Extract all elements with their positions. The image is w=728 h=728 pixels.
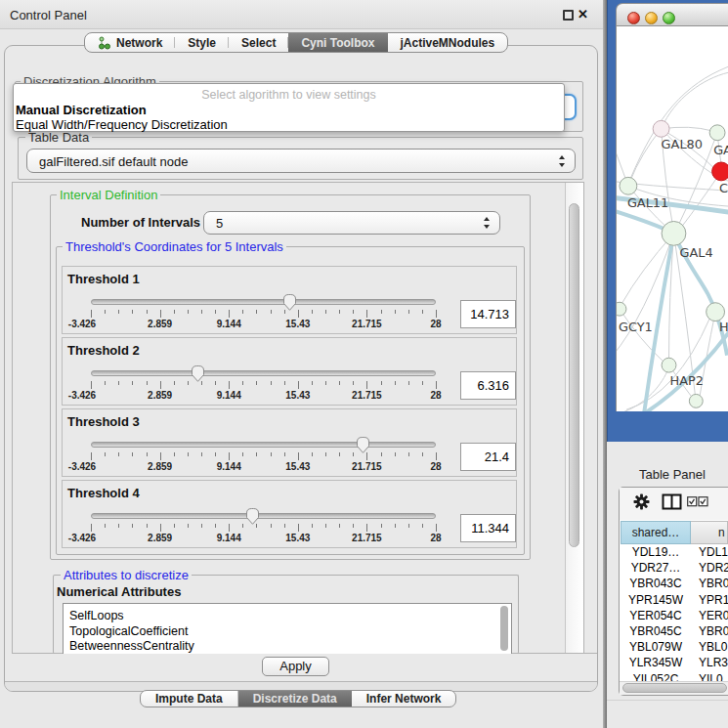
slider-track[interactable] <box>91 513 436 519</box>
network-node-gal4[interactable] <box>662 221 686 245</box>
network-node-gal80[interactable] <box>653 120 669 137</box>
tick-label: 28 <box>430 461 441 472</box>
table-row[interactable]: YBL079WYBL0 <box>621 639 728 655</box>
tick-mark <box>256 310 257 314</box>
cell-name: YDR2 <box>699 560 728 576</box>
tick-mark <box>242 310 243 314</box>
tick-mark <box>242 524 243 528</box>
tab-impute-data[interactable]: Impute Data <box>141 691 238 707</box>
tick-mark <box>422 310 423 314</box>
tab-select[interactable]: Select <box>229 33 288 52</box>
tick-mark <box>353 524 354 528</box>
show-columns-icon[interactable] <box>662 493 682 510</box>
table-row[interactable]: YIL052CYIL0 <box>621 671 728 681</box>
table-hscrollbar-thumb[interactable] <box>622 683 727 693</box>
apply-button[interactable]: Apply <box>262 657 329 676</box>
slider-track[interactable] <box>91 370 436 376</box>
algorithm-option-equal-width[interactable]: Equal Width/Frequency Discretization <box>16 117 228 132</box>
tick-mark <box>325 452 326 456</box>
threshold-value-field[interactable]: 14.713 <box>460 300 516 328</box>
tick-mark <box>408 524 409 528</box>
network-edge[interactable] <box>682 171 721 226</box>
minimize-traffic-light[interactable] <box>645 12 658 24</box>
network-node-label: GA <box>713 143 728 157</box>
control-panel-tabs: NetworkStyleSelectCyni ToolboxjActiveMNo… <box>84 32 508 53</box>
attributes-list-scrollbar-thumb[interactable] <box>500 606 508 651</box>
threshold-panel-3: Threshold 3-3.4262.8599.14415.4321.71528… <box>62 408 517 477</box>
network-node-label: GAL11 <box>627 195 668 210</box>
numerical-attributes-list[interactable]: SelfLoopsTopologicalCoefficientBetweenne… <box>63 603 512 654</box>
close-traffic-light[interactable] <box>627 12 640 24</box>
network-node-hap2[interactable] <box>662 358 676 372</box>
network-node-label: GAL80 <box>662 137 703 151</box>
tick-mark <box>105 381 106 385</box>
network-view-canvas[interactable]: GAL80GACGAL11GAL4HGCY1HAP2 <box>616 26 728 411</box>
network-edge[interactable] <box>616 234 673 356</box>
tick-label: 15.43 <box>285 319 310 329</box>
column-header-name[interactable]: n <box>691 521 728 544</box>
tick-mark <box>381 524 382 528</box>
attribute-list-item[interactable]: BetweennessCentrality <box>69 639 194 653</box>
tab-discretize-data[interactable]: Discretize Data <box>238 691 352 707</box>
table-row[interactable]: YDL19…YDL1 <box>621 544 728 560</box>
attribute-list-item[interactable]: SelfLoops <box>69 609 124 622</box>
tab-cyni-toolbox[interactable]: Cyni Toolbox <box>288 33 387 52</box>
tick-label: 21.715 <box>352 390 382 401</box>
cell-name: YBR0 <box>699 576 728 591</box>
interval-definition-group-title: Interval Definition <box>57 188 160 202</box>
column-header-shared-name[interactable]: shared… <box>621 521 691 544</box>
tab-style[interactable]: Style <box>175 33 229 52</box>
threshold-value-field[interactable]: 11.344 <box>460 514 516 542</box>
table-data-combobox[interactable]: galFiltered.sif default node <box>26 149 576 173</box>
slider-thumb[interactable] <box>281 292 298 313</box>
network-node-c[interactable] <box>712 162 728 181</box>
tab-network[interactable]: Network <box>85 33 175 52</box>
tick-mark <box>339 524 340 528</box>
slider-thumb[interactable] <box>190 364 206 384</box>
tick-mark <box>436 524 437 532</box>
tab-jactivemnodules[interactable]: jActiveMNodules <box>388 33 508 52</box>
tick-mark <box>256 452 257 456</box>
tick-label: 9.144 <box>217 390 241 401</box>
vertical-scrollbar-thumb[interactable] <box>569 203 579 547</box>
float-window-icon[interactable] <box>563 10 574 21</box>
tick-mark <box>147 452 148 456</box>
zoom-traffic-light[interactable] <box>663 12 675 24</box>
slider-thumb[interactable] <box>355 435 371 455</box>
attribute-list-item[interactable]: TopologicalCoefficient <box>69 624 188 638</box>
tick-mark <box>381 310 382 314</box>
select-columns-checkboxes-icon[interactable] <box>687 496 708 507</box>
slider-track[interactable] <box>91 442 436 448</box>
network-node-gal11[interactable] <box>620 177 637 194</box>
tick-mark <box>229 452 230 460</box>
network-edge[interactable] <box>630 129 662 182</box>
network-node[interactable] <box>689 394 703 407</box>
table-panel-title: Table Panel <box>639 467 706 482</box>
algorithm-option-manual[interactable]: Manual Discretization <box>16 103 147 117</box>
tick-mark <box>408 381 409 385</box>
gear-icon[interactable] <box>633 493 650 510</box>
tick-mark <box>353 310 354 314</box>
algorithm-placeholder-option[interactable]: Select algorithm to view settings <box>14 88 564 102</box>
slider-thumb[interactable] <box>244 506 261 527</box>
slider-track[interactable] <box>91 299 436 305</box>
threshold-value-field[interactable]: 21.4 <box>460 443 516 471</box>
tab-infer-network[interactable]: Infer Network <box>352 691 456 707</box>
tick-label: 2.859 <box>148 390 172 401</box>
table-row[interactable]: YLR345WYLR3 <box>621 655 728 670</box>
number-of-intervals-combobox[interactable]: 5 <box>203 211 500 235</box>
table-row[interactable]: YBR043CYBR0 <box>621 576 728 591</box>
network-node-gcy1[interactable] <box>616 302 626 316</box>
tick-mark <box>229 524 230 532</box>
network-edge[interactable] <box>662 72 728 128</box>
table-row[interactable]: YPR145WYPR1 <box>621 592 728 608</box>
threshold-value-field[interactable]: 6.316 <box>460 371 516 400</box>
network-node-h[interactable] <box>707 303 725 321</box>
table-row[interactable]: YDR27…YDR2 <box>621 560 728 576</box>
close-icon[interactable]: ✕ <box>578 7 588 21</box>
tick-label: -3.426 <box>68 319 96 329</box>
network-node-ga[interactable] <box>709 125 725 141</box>
table-row[interactable]: YER054CYER0 <box>621 608 728 623</box>
network-edge[interactable] <box>630 66 728 179</box>
table-row[interactable]: YBR045CYBR0 <box>621 623 728 639</box>
